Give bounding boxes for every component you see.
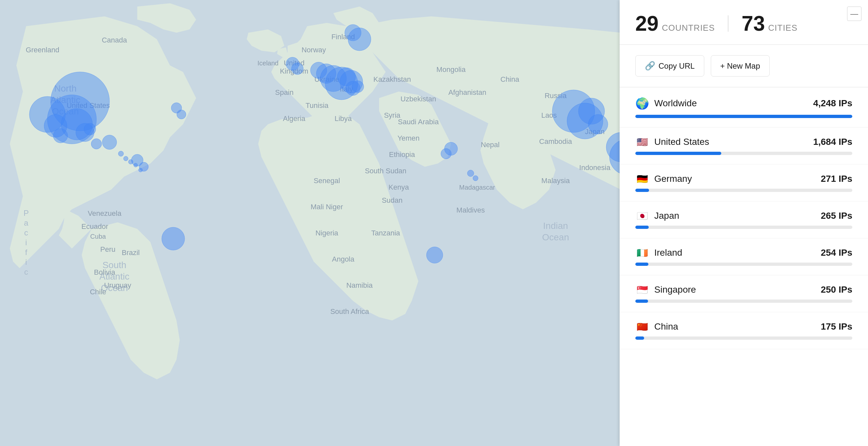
svg-point-119	[134, 163, 137, 167]
svg-text:Brazil: Brazil	[122, 248, 140, 257]
progress-bg-2	[635, 226, 852, 229]
progress-fill-5	[635, 336, 644, 340]
progress-fill-2	[635, 226, 649, 229]
new-map-label: + New Map	[720, 61, 760, 71]
svg-text:Tunisia: Tunisia	[306, 101, 329, 110]
worldwide-item[interactable]: 🌍 Worldwide 4,248 IPs	[620, 87, 868, 127]
country-item-1[interactable]: 🇩🇪 Germany 271 IPs	[620, 165, 868, 201]
copy-url-icon: 🔗	[645, 61, 655, 71]
svg-point-84	[177, 110, 186, 119]
svg-text:Cambodia: Cambodia	[539, 137, 572, 146]
svg-text:Kenya: Kenya	[389, 183, 409, 191]
svg-point-79	[91, 139, 102, 149]
cities-stat: 73 CITIES	[742, 13, 798, 34]
svg-point-113	[427, 247, 443, 263]
flag-4: 🇸🇬	[635, 285, 649, 295]
action-buttons-bar: 🔗 Copy URL + New Map	[620, 45, 868, 87]
svg-text:Libya: Libya	[335, 114, 352, 123]
svg-text:Greenland: Greenland	[26, 46, 60, 54]
svg-point-78	[84, 123, 96, 135]
country-rows: 🇺🇸 United States 1,684 IPs 🇩🇪 Germany 27…	[620, 127, 868, 349]
svg-text:Malaysia: Malaysia	[541, 177, 570, 185]
svg-text:China: China	[500, 75, 519, 83]
countries-count: 29	[635, 13, 658, 34]
progress-fill-1	[635, 189, 649, 192]
countries-stat: 29 COUNTRIES	[635, 13, 715, 34]
progress-fill-0	[635, 152, 721, 155]
svg-text:Sudan: Sudan	[382, 196, 403, 204]
country-name-4: Singapore	[654, 285, 815, 295]
country-name-0: United States	[654, 137, 808, 147]
svg-text:P: P	[24, 209, 29, 217]
svg-text:Ocean: Ocean	[542, 232, 569, 242]
country-ip-count-1: 271 IPs	[820, 174, 852, 184]
svg-text:Mali Niger: Mali Niger	[310, 203, 343, 211]
stats-header: 29 COUNTRIES 73 CITIES	[620, 0, 868, 45]
svg-text:Venezuela: Venezuela	[88, 209, 122, 217]
svg-text:i: i	[25, 258, 27, 267]
svg-text:f: f	[25, 248, 27, 257]
svg-text:Ethiopia: Ethiopia	[389, 150, 415, 158]
progress-bg-1	[635, 189, 852, 192]
worldwide-ip-count: 4,248 IPs	[813, 98, 852, 109]
cities-count: 73	[742, 13, 765, 34]
svg-point-103	[588, 114, 608, 134]
progress-fill-4	[635, 299, 648, 303]
svg-text:Yemen: Yemen	[397, 134, 420, 142]
cities-label: CITIES	[768, 23, 798, 33]
country-name-3: Ireland	[654, 247, 815, 258]
country-ip-count-4: 250 IPs	[820, 285, 852, 295]
svg-text:i: i	[25, 238, 27, 247]
svg-text:Tanzania: Tanzania	[371, 229, 400, 237]
svg-text:Nigeria: Nigeria	[315, 229, 338, 237]
svg-text:Iceland: Iceland	[257, 60, 279, 67]
progress-bg-0	[635, 152, 852, 155]
country-item-2[interactable]: 🇯🇵 Japan 265 IPs	[620, 201, 868, 238]
svg-point-115	[473, 176, 478, 181]
minimize-button[interactable]: —	[847, 6, 862, 21]
svg-point-114	[467, 170, 474, 177]
country-item-0[interactable]: 🇺🇸 United States 1,684 IPs	[620, 127, 868, 165]
svg-text:Indian: Indian	[543, 221, 568, 231]
svg-point-117	[124, 156, 128, 161]
svg-text:Spain: Spain	[275, 88, 293, 96]
svg-text:Nepal: Nepal	[481, 141, 499, 149]
svg-point-87	[291, 63, 303, 75]
country-ip-count-5: 175 IPs	[820, 321, 852, 332]
svg-text:Afghanistan: Afghanistan	[448, 88, 486, 96]
progress-fill-3	[635, 263, 648, 266]
country-name-2: Japan	[654, 211, 815, 221]
flag-1: 🇩🇪	[635, 174, 649, 184]
svg-text:a: a	[24, 218, 28, 227]
countries-label: COUNTRIES	[662, 23, 715, 33]
worldwide-progress-fill	[635, 115, 852, 118]
progress-bg-5	[635, 336, 852, 340]
svg-text:Canada: Canada	[102, 36, 127, 44]
country-ip-count-2: 265 IPs	[820, 211, 852, 221]
svg-text:Cuba: Cuba	[90, 233, 106, 240]
stats-divider	[728, 16, 728, 32]
copy-url-button[interactable]: 🔗 Copy URL	[635, 55, 704, 77]
country-item-3[interactable]: 🇮🇪 Ireland 254 IPs	[620, 238, 868, 275]
flag-5: 🇨🇳	[635, 322, 649, 332]
svg-point-116	[118, 151, 124, 156]
countries-list: 🌍 Worldwide 4,248 IPs 🇺🇸 United States 1…	[620, 87, 868, 446]
svg-text:South Africa: South Africa	[331, 307, 369, 316]
country-item-5[interactable]: 🇨🇳 China 175 IPs	[620, 312, 868, 349]
svg-point-85	[162, 227, 185, 250]
sidebar-panel: — 29 COUNTRIES 73 CITIES 🔗 Copy URL + Ne…	[620, 0, 868, 446]
svg-text:Kazakhstan: Kazakhstan	[374, 75, 411, 83]
new-map-button[interactable]: + New Map	[711, 55, 770, 77]
svg-text:South Sudan: South Sudan	[365, 167, 406, 175]
country-item-4[interactable]: 🇸🇬 Singapore 250 IPs	[620, 275, 868, 312]
svg-text:Angola: Angola	[332, 255, 354, 263]
worldwide-progress-bg	[635, 115, 852, 118]
svg-text:Indonesia: Indonesia	[579, 163, 611, 172]
progress-bg-4	[635, 299, 852, 303]
svg-text:Ecuador: Ecuador	[82, 222, 108, 231]
svg-text:Mongolia: Mongolia	[436, 65, 466, 73]
svg-text:Norway: Norway	[302, 46, 326, 54]
svg-text:c: c	[24, 228, 28, 237]
country-name-1: Germany	[654, 174, 815, 184]
svg-text:Saudi Arabia: Saudi Arabia	[398, 118, 439, 126]
